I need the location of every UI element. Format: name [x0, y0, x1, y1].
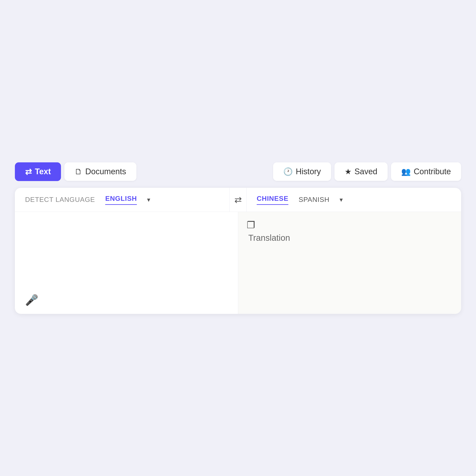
documents-button[interactable]: 🗋 Documents — [64, 162, 136, 181]
translation-card: DETECT LANGUAGE ENGLISH ▾ ⇄ CHINESE SPAN… — [15, 188, 461, 314]
app-container: ⇄ Text 🗋 Documents 🕐 History ★ Saved 👥 — [15, 162, 461, 314]
history-icon: 🕐 — [283, 167, 293, 176]
target-language-tab-chinese[interactable]: CHINESE — [257, 195, 288, 205]
source-lang-selector: DETECT LANGUAGE ENGLISH ▾ — [15, 188, 230, 212]
source-input-area: 🎤 — [15, 212, 238, 314]
swap-languages-button[interactable]: ⇄ — [230, 188, 246, 212]
detect-language-label[interactable]: DETECT LANGUAGE — [25, 196, 95, 204]
contribute-icon: 👥 — [401, 167, 411, 176]
target-language-tab-spanish[interactable]: SPANISH — [299, 196, 329, 204]
toolbar-left: ⇄ Text 🗋 Documents — [15, 162, 136, 181]
source-chevron-icon: ▾ — [147, 196, 150, 203]
source-text-input[interactable] — [25, 220, 228, 297]
target-chevron-icon: ▾ — [340, 196, 343, 203]
source-language-tab[interactable]: ENGLISH — [105, 195, 137, 205]
saved-button[interactable]: ★ Saved — [335, 162, 388, 181]
target-language-dropdown[interactable]: ▾ — [340, 196, 343, 203]
toolbar-right: 🕐 History ★ Saved 👥 Contribute — [273, 162, 461, 181]
copy-icon: ❐ — [247, 220, 255, 230]
source-language-dropdown[interactable]: ▾ — [147, 196, 150, 203]
text-button[interactable]: ⇄ Text — [15, 162, 61, 181]
toolbar: ⇄ Text 🗋 Documents 🕐 History ★ Saved 👥 — [15, 162, 461, 181]
copy-translation-button[interactable]: ❐ — [247, 220, 255, 230]
contribute-button-label: Contribute — [414, 167, 451, 176]
text-button-label: Text — [35, 167, 51, 176]
microphone-icon: 🎤 — [25, 294, 38, 306]
saved-icon: ★ — [345, 167, 352, 176]
documents-button-label: Documents — [85, 167, 126, 176]
history-button-label: History — [296, 167, 321, 176]
lang-header: DETECT LANGUAGE ENGLISH ▾ ⇄ CHINESE SPAN… — [15, 188, 461, 212]
microphone-button[interactable]: 🎤 — [25, 294, 38, 306]
text-icon: ⇄ — [25, 167, 32, 176]
translation-output: Translation — [248, 233, 451, 243]
document-icon: 🗋 — [75, 167, 82, 176]
swap-icon: ⇄ — [234, 194, 242, 205]
target-output-area: ❐ Translation — [238, 212, 461, 314]
translation-body: 🎤 ❐ Translation — [15, 212, 461, 314]
contribute-button[interactable]: 👥 Contribute — [391, 162, 461, 181]
saved-button-label: Saved — [355, 167, 377, 176]
history-button[interactable]: 🕐 History — [273, 162, 331, 181]
target-lang-selector: CHINESE SPANISH ▾ — [246, 188, 461, 212]
